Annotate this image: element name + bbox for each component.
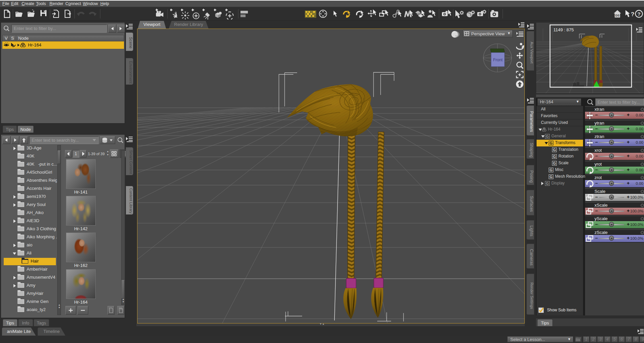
svg-text:?: ?	[637, 11, 640, 17]
svg-text:Front: Front	[493, 58, 503, 62]
svg-text:DS: DS	[615, 14, 620, 17]
svg-text:1149 : 875: 1149 : 875	[553, 27, 574, 32]
svg-text:?: ?	[631, 11, 634, 18]
